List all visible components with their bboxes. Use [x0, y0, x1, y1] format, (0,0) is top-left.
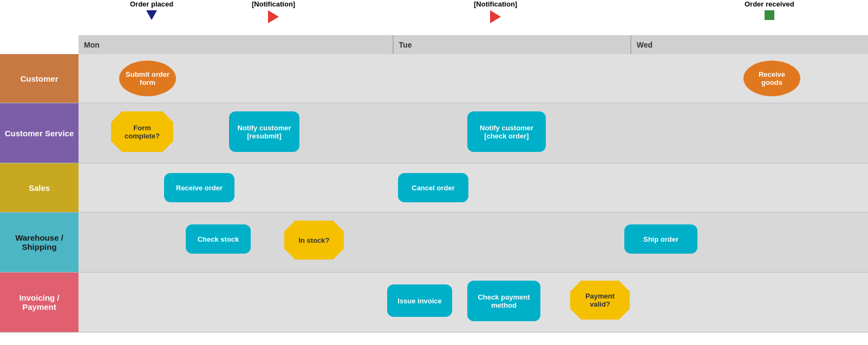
node-receive-order: Receive order [164, 173, 234, 202]
node-submit-order: Submit order form [119, 61, 176, 96]
timeline-bar-mon: Mon [79, 35, 394, 54]
square-green-icon [765, 10, 774, 20]
node-ship-order: Ship order [624, 224, 697, 254]
notification1-label: [Notification] [252, 0, 295, 8]
notification2-marker: [Notification] [474, 0, 517, 24]
node-check-payment: Check payment method [467, 281, 540, 321]
timeline-markers-row: Order placed [Notification] [Notificatio… [79, 0, 868, 35]
node-payment-valid: Payment valid? [570, 281, 630, 320]
order-received-label: Order received [745, 0, 794, 8]
lane-label-warehouse: Warehouse / Shipping [0, 213, 79, 272]
lane-content-warehouse: Check stock In stock? Ship order [79, 213, 868, 272]
lane-content-sales: Receive order Cancel order [79, 163, 868, 212]
lane-label-invoicing: Invoicing / Payment [0, 273, 79, 332]
lane-content-customer: Submit order form Receive goods [79, 54, 868, 103]
timeline-bar-wed-label: Wed [637, 41, 652, 49]
lane-label-sales: Sales [0, 163, 79, 212]
node-cancel-order: Cancel order [398, 173, 468, 202]
swimlane-customer: Customer Submit order form Receive goods [0, 54, 868, 103]
order-placed-label: Order placed [130, 0, 173, 8]
diagram-container: Order placed [Notification] [Notificatio… [0, 0, 868, 333]
timeline-bar-row: Mon Tue Wed [79, 35, 868, 54]
swimlane-customer-service: Customer Service Form complete? Notify c… [0, 103, 868, 163]
node-notify-customer-check: Notify customer [check order] [467, 111, 546, 152]
notification2-label: [Notification] [474, 0, 517, 8]
node-notify-customer-resubmit: Notify customer [resubmit] [229, 111, 299, 152]
swimlane-sales: Sales Receive order Cancel order [0, 163, 868, 213]
lane-content-customer-service: Form complete? Notify customer [resubmit… [79, 103, 868, 163]
arrow-right-red-icon-2 [490, 10, 501, 23]
timeline-header: Order placed [Notification] [Notificatio… [79, 0, 868, 54]
lane-content-invoicing: Issue invoice Check payment method Payme… [79, 273, 868, 332]
timeline-bar-mon-label: Mon [84, 41, 100, 49]
node-in-stock: In stock? [284, 221, 344, 260]
triangle-down-icon [146, 10, 157, 20]
node-form-complete: Form complete? [111, 111, 173, 152]
lane-label-customer: Customer [0, 54, 79, 103]
node-issue-invoice: Issue invoice [387, 284, 452, 317]
swimlane-warehouse: Warehouse / Shipping Check stock In stoc… [0, 213, 868, 273]
arrow-right-red-icon-1 [268, 10, 279, 23]
node-check-stock: Check stock [186, 224, 251, 254]
swimlane-invoicing: Invoicing / Payment Issue invoice Check … [0, 273, 868, 333]
order-received-marker: Order received [745, 0, 794, 21]
lane-label-customer-service: Customer Service [0, 103, 79, 163]
order-placed-marker: Order placed [130, 0, 173, 21]
timeline-bar-wed: Wed [631, 35, 868, 54]
notification1-marker: [Notification] [252, 0, 295, 24]
timeline-bar-tue: Tue [394, 35, 631, 54]
node-receive-goods: Receive goods [743, 61, 800, 96]
timeline-bar-tue-label: Tue [399, 41, 412, 49]
